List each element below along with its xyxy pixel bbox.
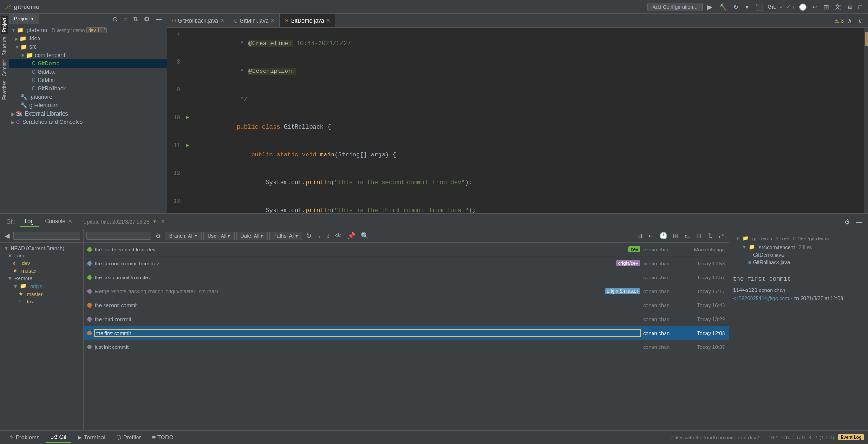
undo-commit-icon[interactable]: ↩ — [646, 231, 656, 240]
git-tree-origin[interactable]: ▼ 📁 origin — [0, 282, 83, 290]
git-check-icon[interactable]: ✓ — [779, 4, 784, 10]
sync-icon[interactable]: ↻ — [731, 2, 741, 12]
sidebar-sort-icon[interactable]: ⇅ — [131, 14, 140, 24]
eye-icon[interactable]: 👁 — [333, 231, 344, 240]
editor-collapse-icon[interactable]: ∨ — [856, 16, 864, 26]
more-run-icon[interactable]: ▾ — [744, 2, 751, 12]
commit-row-init[interactable]: just init commit conan chan Today 10:37 — [84, 340, 729, 354]
group-icon[interactable]: ⊟ — [694, 231, 704, 240]
sidebar-settings-icon[interactable]: ⚙ — [142, 14, 152, 24]
run-icon[interactable]: ▶ — [705, 2, 714, 12]
sidebar-collapse-icon[interactable]: ≡ — [122, 14, 129, 24]
git-collapse-icon[interactable]: ◀ — [3, 231, 12, 240]
tree-item-gitdemo[interactable]: C GitDemo — [9, 59, 167, 68]
git-undo-icon[interactable]: ↩ — [810, 2, 820, 12]
commit-filter-settings-icon[interactable]: ⚙ — [153, 231, 163, 240]
user-filter-btn[interactable]: User: All ▾ — [203, 232, 235, 240]
tag-filter-icon[interactable]: 🏷 — [682, 231, 692, 240]
diff-icon[interactable]: ⊞ — [671, 231, 680, 240]
history-icon[interactable]: 🕐 — [658, 231, 669, 240]
tree-item-com-tencent[interactable]: ▼ 📁 com.tencent — [9, 51, 167, 59]
cherry-pick-icon[interactable]: ⇉ — [635, 231, 645, 240]
pin-icon[interactable]: 📌 — [346, 231, 357, 240]
tree-item-root[interactable]: ▼ 📁 git-demo - D:\test\git-demo dev 11 / — [9, 26, 167, 34]
commit-search-input[interactable] — [86, 232, 151, 240]
commit-row-third[interactable]: the third commit conan chan Today 13:29 — [84, 312, 729, 326]
tree-item-gitmax[interactable]: C GitMax — [9, 68, 167, 76]
tree-item-gitrollback[interactable]: C GitRollback — [9, 84, 167, 93]
commit-row-first[interactable]: the first commit conan chan Today 12:08 — [84, 326, 729, 340]
git-tree-origin-dev[interactable]: ⑂ dev — [0, 298, 83, 305]
update-close-icon[interactable]: ✕ — [161, 219, 165, 225]
git-branch-search[interactable] — [13, 232, 80, 240]
tab-gitrollback[interactable]: ⊙ GitRollback.java ✕ — [167, 14, 229, 27]
git-tree-local-dev[interactable]: 🏷 dev — [0, 259, 83, 267]
add-config-button[interactable]: Add Configuration... — [647, 3, 703, 11]
tree-item-gitignore[interactable]: 🔧 .gitignore — [9, 93, 167, 101]
activity-project[interactable]: Project — [1, 16, 8, 34]
tab-gitdemo[interactable]: ⊙ GitDemo.java ✕ — [280, 14, 335, 27]
window-restore-icon[interactable]: ⧉ — [846, 2, 854, 12]
expand-all-icon[interactable]: ⇅ — [705, 231, 715, 240]
tree-item-src[interactable]: ▼ 📁 src — [9, 43, 167, 51]
commit-row-second[interactable]: the second commit conan chan Today 16:43 — [84, 298, 729, 312]
editor-expand-icon[interactable]: ∧ — [846, 16, 854, 26]
collapse-all-icon[interactable]: ⇄ — [717, 231, 726, 240]
window-maximize-icon[interactable]: □ — [857, 2, 864, 12]
tree-item-gitdemo-iml[interactable]: 🔧 git-demo.iml — [9, 101, 167, 109]
paths-filter-btn[interactable]: Paths: All ▾ — [269, 232, 303, 240]
git-translate-icon[interactable]: 文 — [833, 2, 843, 12]
console-close-icon[interactable]: ✕ — [68, 219, 72, 224]
commit-row-merge[interactable]: Merge remote-tracking branch 'origin/mas… — [84, 284, 729, 298]
tab-close-gitmini[interactable]: ✕ — [270, 18, 274, 24]
git-tree-origin-master[interactable]: ★ master — [0, 290, 83, 298]
detail-file-gitrollback[interactable]: ≡ GitRollback.java — [735, 258, 862, 266]
commit-row-fourth[interactable]: the fourth commit from dev dev conan cha… — [84, 243, 729, 257]
bottom-tab-git[interactable]: ⎇ Git — [46, 431, 71, 443]
bottom-tab-profiler[interactable]: ⬡ Profiler — [111, 432, 145, 443]
stop-icon[interactable]: ⬛ — [753, 2, 765, 12]
sidebar-tab-project[interactable]: Project ▾ — [9, 14, 39, 24]
sidebar-scope-icon[interactable]: ⊙ — [111, 14, 120, 24]
tab-close-gitrollback[interactable]: ✕ — [220, 18, 224, 24]
panel-minimize-icon[interactable]: — — [854, 217, 864, 226]
tree-item-scratches[interactable]: ▶ ⊙ Scratches and Consoles — [9, 118, 167, 126]
refresh-commits-icon[interactable]: ↻ — [304, 231, 313, 240]
panel-tab-console[interactable]: Console ✕ — [40, 216, 77, 227]
sort-commits-icon[interactable]: ↕ — [325, 231, 332, 240]
update-dropdown-icon[interactable]: ▾ — [153, 219, 156, 225]
tree-item-ext-libs[interactable]: ▶ 📚 External Libraries — [9, 109, 167, 118]
git-tree-local[interactable]: ▼ Local — [0, 252, 83, 259]
detail-file-gitdemo[interactable]: ≡ GitDemo.java — [735, 251, 862, 258]
branch-commits-icon[interactable]: ⑂ — [315, 231, 323, 240]
git-tree-remote[interactable]: ▼ Remote — [0, 275, 83, 282]
tab-close-gitdemo[interactable]: ✕ — [326, 18, 330, 24]
commit-row-second-dev[interactable]: the second commit from dev origin/dev co… — [84, 257, 729, 270]
git-history-icon[interactable]: 🕐 — [797, 2, 809, 12]
search-commits-icon[interactable]: 🔍 — [359, 231, 371, 240]
panel-settings-icon[interactable]: ⚙ — [842, 217, 852, 226]
git-tree-head[interactable]: ▼ HEAD (Current Branch) — [0, 245, 83, 252]
bottom-tab-terminal[interactable]: ▶ Terminal — [73, 432, 110, 443]
build-icon[interactable]: 🔨 — [717, 2, 729, 12]
tree-item-gitmini[interactable]: C GitMini — [9, 76, 167, 84]
commit-row-first-dev[interactable]: the first commit from dev conan chan Tod… — [84, 270, 729, 284]
line-num-7: 7 — [167, 30, 184, 39]
git-tree-local-master[interactable]: ★ master — [0, 267, 83, 275]
activity-commit[interactable]: Commit — [1, 58, 8, 78]
sidebar-hide-icon[interactable]: — — [154, 14, 164, 24]
panel-tab-log[interactable]: Log — [20, 216, 39, 227]
tab-gitmini[interactable]: C GitMini.java ✕ — [229, 14, 280, 27]
git-branches-icon[interactable]: ⊞ — [822, 2, 831, 12]
bottom-tab-todo[interactable]: ≡ TODO — [147, 432, 178, 443]
git-check2-icon[interactable]: ✓ — [786, 4, 790, 10]
bottom-tab-problems[interactable]: ⚠ Problems — [4, 432, 44, 443]
git-up-icon[interactable]: ↑ — [792, 4, 795, 10]
activity-structure[interactable]: Structure — [1, 35, 8, 58]
event-log-badge[interactable]: Event Log — [838, 434, 864, 440]
date-filter-btn[interactable]: Date: All ▾ — [236, 232, 268, 240]
scrollbar-track[interactable] — [864, 28, 868, 213]
tree-item-idea[interactable]: ▶ 📁 .idea — [9, 34, 167, 43]
branch-filter-btn[interactable]: Branch: All ▾ — [165, 232, 202, 240]
activity-favorites[interactable]: Favorites — [1, 79, 8, 102]
